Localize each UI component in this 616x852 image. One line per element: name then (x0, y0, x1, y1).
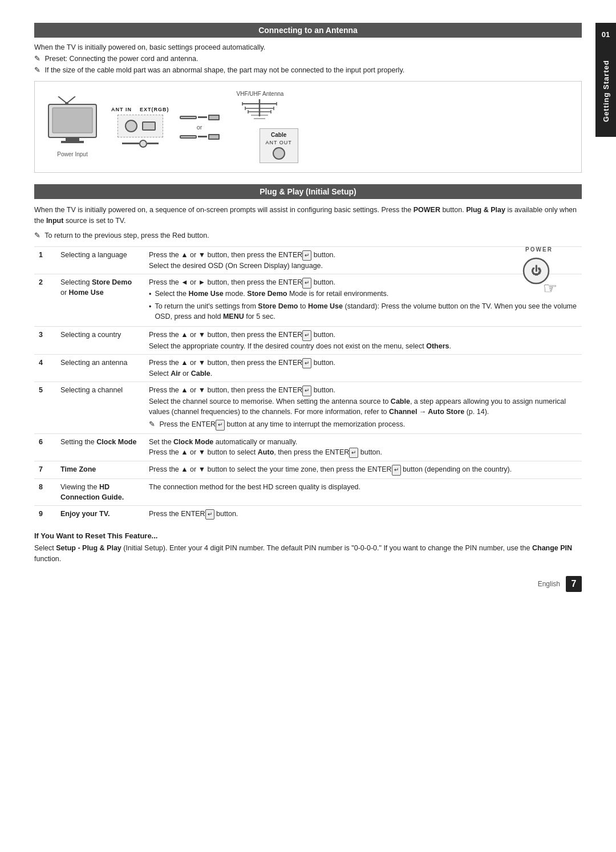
step-1-label: Selecting a language (56, 246, 144, 274)
enter-icon-2: ↵ (302, 278, 311, 289)
or-connectors-area: or (180, 115, 220, 140)
connector-head-2 (208, 134, 220, 140)
power-button-illustration: POWER ⏻ ☞ (519, 246, 559, 301)
enter-icon-4: ↵ (302, 358, 311, 369)
connector-body-2 (180, 135, 197, 139)
table-row: 2 Selecting Store Demo or Home Use Press… (34, 274, 582, 327)
svg-text:☞: ☞ (543, 279, 557, 297)
enter-icon-7: ↵ (349, 448, 358, 459)
wire-connection (122, 140, 159, 148)
tv-svg (44, 96, 101, 148)
antenna-note2-text: If the size of the cable mold part was a… (44, 66, 404, 74)
wire-left (122, 143, 139, 144)
enter-icon-9: ↵ (205, 509, 214, 520)
tv-illustration: Power Input (44, 96, 101, 157)
pencil-icon-3: ✎ (34, 231, 40, 240)
pencil-icon-4: ✎ (149, 420, 155, 428)
step-7-num: 7 (34, 461, 56, 479)
step-7-desc: Press the ▲ or ▼ button to select the yo… (144, 461, 582, 479)
table-row: 3 Selecting a country Press the ▲ or ▼ b… (34, 327, 582, 355)
connector-head-1 (208, 115, 220, 120)
table-row: 6 Setting the Clock Mode Set the Clock M… (34, 433, 582, 461)
connector-panel (117, 115, 163, 137)
step-4-label: Selecting an antenna (56, 354, 144, 382)
table-row: 8 Viewing the HDConnection Guide. The co… (34, 478, 582, 505)
step-2-desc: Press the ◄ or ► button, then press the … (144, 274, 582, 327)
step-3-label: Selecting a country (56, 327, 144, 355)
ant-out-port (273, 147, 285, 160)
step-4-num: 4 (34, 354, 56, 382)
step-3-desc: Press the ▲ or ▼ button, then press the … (144, 327, 582, 355)
power-bold: POWER (414, 206, 440, 214)
antenna-intro: When the TV is initially powered on, bas… (34, 43, 582, 51)
step-6-desc: Set the Clock Mode automatically or manu… (144, 433, 582, 461)
enter-icon-5: ↵ (302, 386, 311, 396)
antenna-note1-text: Preset: Connecting the power cord and an… (44, 55, 198, 63)
antenna-section-header: Connecting to an Antenna (34, 23, 582, 38)
page-footer: English 7 (34, 576, 582, 592)
step-5-desc: Press the ▲ or ▼ button, then press the … (144, 382, 582, 433)
step-5-num: 5 (34, 382, 56, 433)
step-9-num: 9 (34, 505, 56, 522)
plug-play-intro: When the TV is initially powered on, a s… (34, 205, 582, 226)
antenna-intro-text: When the TV is initially powered on, bas… (34, 43, 265, 51)
ext-port (142, 121, 156, 131)
right-antenna-area: VHF/UHF Antenna (225, 91, 572, 163)
step-8-label: Viewing the HDConnection Guide. (56, 478, 144, 505)
step-2-num: 2 (34, 274, 56, 327)
plug-play-header-text: Plug & Play (Initial Setup) (260, 187, 356, 196)
antenna-header-text: Connecting to an Antenna (258, 26, 358, 35)
step-2-label: Selecting Store Demo or Home Use (56, 274, 144, 327)
side-tab-number-text: 01 (602, 30, 610, 39)
enter-icon-3: ↵ (302, 330, 311, 341)
page-lang: English (538, 580, 560, 588)
table-row: 1 Selecting a language Press the ▲ or ▼ … (34, 246, 582, 274)
or-label: or (197, 124, 202, 131)
diagram-inner: Power Input ANT IN EXT(RGB) (44, 91, 572, 163)
connector-wire-2 (198, 136, 207, 137)
top-connector (180, 115, 220, 120)
step-6-num: 6 (34, 433, 56, 461)
connector-wire-1 (198, 116, 207, 118)
power-input-label: Power Input (57, 151, 87, 157)
power-label-text: POWER (525, 246, 553, 253)
plug-play-header: Plug & Play (Initial Setup) (34, 184, 582, 199)
step-9-desc: Press the ENTER↵ button. (144, 505, 582, 522)
enter-icon: ↵ (302, 250, 311, 261)
power-btn-svg: ⏻ ☞ (519, 255, 559, 301)
svg-rect-4 (52, 108, 92, 133)
steps-area: POWER ⏻ ☞ 1 Selecting a language (34, 246, 582, 523)
wire-connector (139, 140, 147, 148)
table-row: 4 Selecting an antenna Press the ▲ or ▼ … (34, 354, 582, 382)
ant-out-label-text: ANT OUT (266, 140, 292, 145)
enter-icon-6: ↵ (216, 420, 225, 431)
svg-rect-5 (66, 137, 79, 141)
table-row: 5 Selecting a channel Press the ▲ or ▼ b… (34, 382, 582, 433)
svg-line-0 (58, 96, 67, 103)
cable-panel: Cable ANT OUT (260, 128, 298, 163)
step-8-num: 8 (34, 478, 56, 505)
svg-text:⏻: ⏻ (531, 265, 541, 277)
vhf-antenna-svg (237, 99, 282, 124)
pencil-icon-2: ✎ (34, 66, 40, 74)
cable-box: Cable ANT OUT (260, 128, 298, 163)
reset-section: If You Want to Reset This Feature... Sel… (34, 532, 582, 565)
step-7-label: Time Zone (56, 461, 144, 479)
reset-text: Select Setup - Plug & Play (Initial Setu… (34, 543, 582, 565)
step-9-label: Enjoy your TV. (56, 505, 144, 522)
step-8-desc: The connection method for the best HD sc… (144, 478, 582, 505)
wire-right (147, 143, 159, 144)
antenna-section-content: When the TV is initially powered on, bas… (34, 43, 582, 173)
step-1-num: 1 (34, 246, 56, 274)
plug-play-content: When the TV is initially powered on, a s… (34, 205, 582, 565)
connector-body-1 (180, 116, 197, 119)
page-number: 7 (566, 576, 582, 592)
vhf-label: VHF/UHF Antenna (237, 91, 284, 97)
table-row: 9 Enjoy your TV. Press the ENTER↵ button… (34, 505, 582, 522)
reset-title: If You Want to Reset This Feature... (34, 532, 582, 540)
steps-table: 1 Selecting a language Press the ▲ or ▼ … (34, 246, 582, 523)
table-row: 7 Time Zone Press the ▲ or ▼ button to s… (34, 461, 582, 479)
side-tab-label: Getting Started (602, 60, 610, 123)
antenna-note1: ✎ Preset: Connecting the power cord and … (34, 54, 582, 63)
antenna-svg (237, 99, 282, 122)
